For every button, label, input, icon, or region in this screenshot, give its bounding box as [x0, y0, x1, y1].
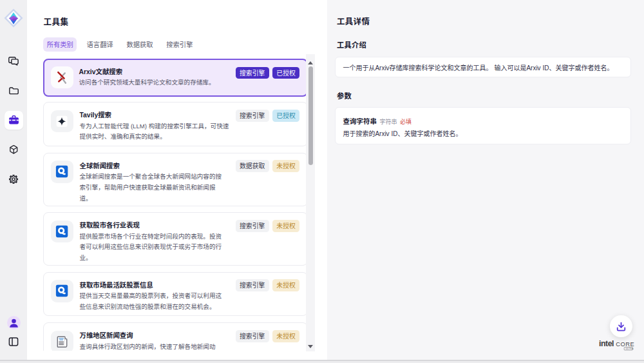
- svg-text:intel: intel: [599, 339, 614, 348]
- svg-text:ULTRA: ULTRA: [625, 348, 634, 350]
- svg-text:CORE: CORE: [616, 341, 634, 348]
